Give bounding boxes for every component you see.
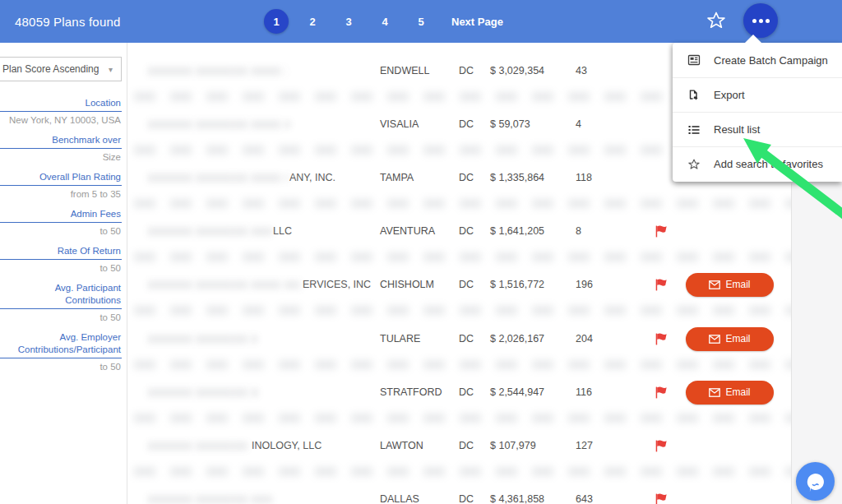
plan-type-cell: DC xyxy=(459,486,474,504)
redacted-company-name: XXXXXX XXXXXXX XXXX XXXX XXXXXX xyxy=(148,226,271,237)
redacted-company-name: XXXXXX XXXXXXX XXXX XXXX XXXXXX xyxy=(148,494,271,504)
company-name-cell[interactable]: XXXXXX XXXXXXX XXXX XXXX XXXXXX ANY, INC… xyxy=(148,164,335,191)
company-name-cell[interactable]: XXXXXX XXXXXXX XXXX XXXX XXXXXX ERVICES,… xyxy=(148,271,371,298)
top-header-bar: 48059 Plans found 1 2 3 4 5 Next Page xyxy=(0,0,842,43)
filter-avg-employer-contributions-value: to 50 xyxy=(0,361,122,373)
company-name-cell[interactable]: XXXXXX XXXXXXX XXXX XXXX XXXXXX xyxy=(148,58,288,84)
flag-icon[interactable] xyxy=(655,486,671,504)
company-name-cell[interactable]: XXXXXX XXXXXXX XXXX XXXX XXXXXX INOLOGY,… xyxy=(148,432,322,459)
favorite-star-icon xyxy=(687,157,701,171)
table-row[interactable]: XXXXXX XXXXXXX XXXX XXXX XXXXXX DALLAS D… xyxy=(127,486,842,504)
flag-cell xyxy=(655,111,671,137)
plan-type-cell: DC xyxy=(459,379,474,405)
menu-item-label: Add search to favorites xyxy=(714,158,823,170)
flag-icon[interactable] xyxy=(655,432,671,459)
flag-icon[interactable] xyxy=(655,218,671,244)
filter-admin-fees-value: to 50 xyxy=(0,225,122,238)
company-name-cell[interactable]: XXXXXX XXXXXXX XXXX XXXX XXXXXX xyxy=(148,379,260,405)
filter-avg-employer-contributions-link[interactable]: Avg. Employer Contributions/Participant xyxy=(0,331,122,358)
menu-item-result-list[interactable]: Result list xyxy=(673,112,842,146)
page-button-2[interactable]: 2 xyxy=(300,9,325,34)
city-cell: STRATFORD xyxy=(380,379,442,405)
table-row[interactable]: XXXXXX XXXXXXX XXXX XXXX XXXXXX LLC AVEN… xyxy=(127,218,842,244)
chevron-down-icon: ▾ xyxy=(109,65,113,74)
dropdown-callout-arrow xyxy=(745,35,761,43)
filter-rate-of-return-value: to 50 xyxy=(0,262,122,275)
pagination: 1 2 3 4 5 Next Page xyxy=(264,0,503,43)
city-cell: LAWTON xyxy=(380,432,423,459)
assets-cell: $ 107,979 xyxy=(490,432,536,459)
company-name-suffix: INOLOGY, LLC xyxy=(252,440,322,451)
participants-cell: 116 xyxy=(576,379,592,405)
more-options-button[interactable] xyxy=(743,3,778,38)
filter-location-link[interactable]: Location xyxy=(0,97,122,112)
page-button-5[interactable]: 5 xyxy=(409,9,433,34)
redacted-detail-row xyxy=(134,199,800,208)
next-page-button[interactable]: Next Page xyxy=(451,16,503,28)
chat-widget-button[interactable] xyxy=(796,462,835,501)
company-name-cell[interactable]: XXXXXX XXXXXXX XXXX XXXX XXXXXX xyxy=(148,111,291,137)
company-name-cell[interactable]: XXXXXX XXXXXXX XXXX XXXX XXXXXX xyxy=(148,326,258,352)
filter-avg-participant-contributions-link[interactable]: Avg. Participant Contributions xyxy=(0,282,122,309)
sort-order-select[interactable]: Plan Score Ascending ▾ xyxy=(0,57,122,81)
participants-cell: 127 xyxy=(576,432,593,459)
flag-icon[interactable] xyxy=(655,326,671,352)
filter-list: Location New York, NY 10003, USA Benchma… xyxy=(0,97,122,381)
table-row[interactable]: XXXXXX XXXXXXX XXXX XXXX XXXXXX TULARE D… xyxy=(127,326,842,352)
email-button[interactable]: Email xyxy=(686,381,774,405)
flag-icon[interactable] xyxy=(655,379,671,405)
filter-location: Location New York, NY 10003, USA xyxy=(0,97,122,127)
plan-type-cell: DC xyxy=(459,218,474,244)
batch-campaign-icon xyxy=(687,53,701,67)
redacted-detail-row xyxy=(134,467,800,476)
favorite-star-icon[interactable] xyxy=(706,10,727,31)
email-button[interactable]: Email xyxy=(686,273,774,297)
redacted-detail-row xyxy=(134,360,800,369)
filter-admin-fees: Admin Fees to 50 xyxy=(0,208,122,238)
plan-type-cell: DC xyxy=(459,164,474,191)
participants-cell: 643 xyxy=(576,486,593,504)
plan-type-cell: DC xyxy=(459,58,474,84)
company-name-cell[interactable]: XXXXXX XXXXXXX XXXX XXXX XXXXXX LLC xyxy=(148,218,292,244)
plan-type-cell: DC xyxy=(459,111,474,137)
menu-item-label: Create Batch Campaign xyxy=(714,54,828,67)
redacted-company-name: XXXXXX XXXXXXX XXXX XXXX XXXXXX xyxy=(148,334,257,344)
page-button-1[interactable]: 1 xyxy=(264,9,289,34)
table-row[interactable]: XXXXXX XXXXXXX XXXX XXXX XXXXXX ERVICES,… xyxy=(127,271,842,298)
page-button-4[interactable]: 4 xyxy=(372,9,397,34)
email-cell: Email xyxy=(686,271,774,298)
filter-benchmark-link[interactable]: Benchmark over xyxy=(0,134,122,149)
email-button[interactable]: Email xyxy=(686,327,774,351)
company-name-cell[interactable]: XXXXXX XXXXXXX XXXX XXXX XXXXXX xyxy=(148,486,273,504)
page-button-3[interactable]: 3 xyxy=(336,9,361,34)
menu-item-add-search-to-favorites[interactable]: Add search to favorites xyxy=(673,146,842,181)
table-row[interactable]: XXXXXX XXXXXXX XXXX XXXX XXXXXX INOLOGY,… xyxy=(127,432,842,459)
assets-cell: $ 59,073 xyxy=(490,111,530,137)
filter-avg-participant-contributions: Avg. Participant Contributions to 50 xyxy=(0,282,122,324)
filter-overall-rating-link[interactable]: Overall Plan Rating xyxy=(0,171,122,186)
redacted-company-name: XXXXXX XXXXXXX XXXX XXXX XXXXXX xyxy=(148,387,258,398)
flag-cell xyxy=(655,164,671,191)
assets-cell: $ 2,026,167 xyxy=(490,326,544,352)
filter-rate-of-return: Rate Of Return to 50 xyxy=(0,245,122,275)
filter-overall-rating-value: from 5 to 35 xyxy=(0,188,122,201)
assets-cell: $ 2,544,947 xyxy=(490,379,544,405)
assets-cell: $ 1,641,205 xyxy=(490,218,544,244)
filter-admin-fees-link[interactable]: Admin Fees xyxy=(0,208,122,223)
redacted-company-name: XXXXXX XXXXXXX XXXX XXXX XXXXXX xyxy=(148,441,250,451)
participants-cell: 43 xyxy=(576,58,587,84)
menu-item-export[interactable]: Export xyxy=(673,77,842,112)
table-row[interactable]: XXXXXX XXXXXXX XXXX XXXX XXXXXX STRATFOR… xyxy=(127,379,842,405)
menu-item-create-batch-campaign[interactable]: Create Batch Campaign xyxy=(673,43,842,77)
more-options-dropdown: Create Batch Campaign Export xyxy=(673,43,842,182)
flag-icon[interactable] xyxy=(655,271,671,298)
ellipsis-icon xyxy=(759,19,763,23)
city-cell: DALLAS xyxy=(380,486,419,504)
participants-cell: 118 xyxy=(576,164,592,191)
filter-overall-rating: Overall Plan Rating from 5 to 35 xyxy=(0,171,122,201)
redacted-detail-row xyxy=(134,306,800,315)
filter-rate-of-return-link[interactable]: Rate Of Return xyxy=(0,245,122,260)
redacted-company-name: XXXXXX XXXXXXX XXXX XXXX XXXXXX xyxy=(148,280,301,290)
right-edge-panel xyxy=(791,183,842,504)
redacted-company-name: XXXXXX XXXXXXX XXXX XXXX XXXXXX xyxy=(148,173,288,183)
